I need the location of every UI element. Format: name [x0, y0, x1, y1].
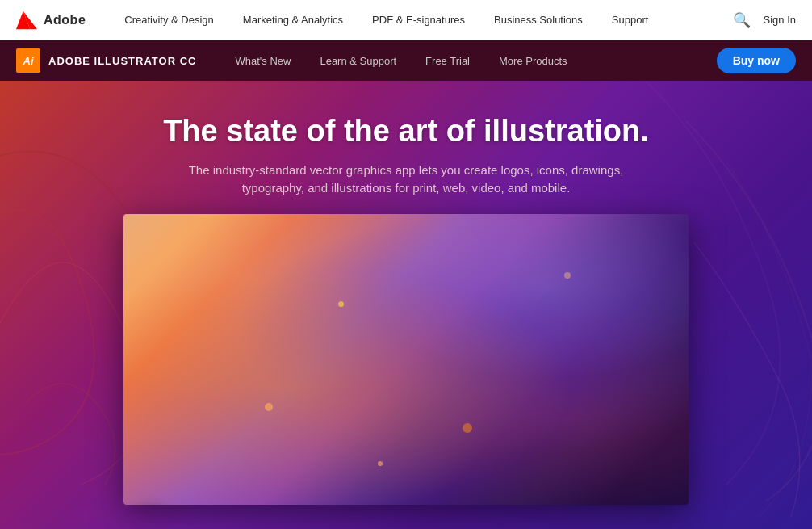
top-nav-right: 🔍 Sign In [733, 11, 796, 29]
dot-3 [463, 423, 472, 433]
product-navigation: Ai Adobe Illustrator CC What's New Learn… [0, 40, 812, 81]
product-nav-free-trial[interactable]: Free Trial [411, 40, 484, 81]
hero-section: The state of the art of illustration. Th… [0, 81, 812, 529]
adobe-logo-icon [16, 10, 37, 31]
product-nav-more-products[interactable]: More Products [484, 40, 582, 81]
nav-link-business-solutions[interactable]: Business Solutions [479, 0, 597, 40]
nav-link-support[interactable]: Support [597, 0, 663, 40]
hero-heading: The state of the art of illustration. [163, 113, 649, 150]
product-sub-links: What's New Learn & Support Free Trial Mo… [220, 40, 716, 81]
illustrator-icon: Ai [16, 48, 40, 73]
nav-link-marketing-analytics[interactable]: Marketing & Analytics [228, 0, 358, 40]
adobe-brand-name: Adobe [44, 13, 86, 27]
dot-5 [378, 461, 383, 466]
nav-link-pdf-esignatures[interactable]: PDF & E-signatures [358, 0, 479, 40]
nav-link-creativity-design[interactable]: Creativity & Design [110, 0, 228, 40]
product-nav-learn-support[interactable]: Learn & Support [305, 40, 411, 81]
adobe-logo-area[interactable]: Adobe [16, 10, 86, 31]
product-name-label: Adobe Illustrator CC [48, 55, 196, 67]
video-container[interactable] [123, 214, 689, 505]
sign-in-link[interactable]: Sign In [764, 14, 796, 26]
top-navigation: Adobe Creativity & Design Marketing & An… [0, 0, 812, 40]
hero-subtext: The industry-standard vector graphics ap… [164, 162, 648, 198]
dot-1 [265, 403, 273, 411]
video-thumbnail [123, 214, 689, 505]
dot-4 [564, 272, 571, 279]
product-logo-area: Ai Adobe Illustrator CC [16, 48, 196, 73]
dot-2 [338, 301, 344, 307]
search-icon[interactable]: 🔍 [733, 11, 751, 29]
top-nav-links: Creativity & Design Marketing & Analytic… [110, 0, 732, 40]
buy-now-button[interactable]: Buy now [717, 48, 796, 73]
hero-content: The state of the art of illustration. Th… [163, 81, 649, 214]
video-illustration-overlay [123, 214, 689, 505]
product-nav-whats-new[interactable]: What's New [220, 40, 305, 81]
